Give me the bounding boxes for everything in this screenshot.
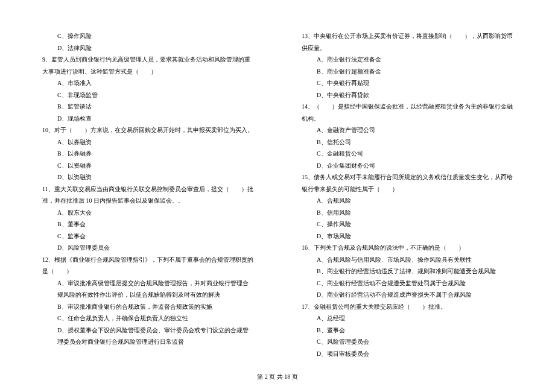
q16-option-a: A、合规风险与信用风险、市场风险、操作风险具有关联性 <box>302 254 513 266</box>
question-10: 10、对于（ ）方来说，在交易所回购交易开始时，其申报买卖部位为买入。 <box>42 124 253 136</box>
question-13: 13、中央银行在公开市场上买卖有价证券，将直接影响（ ），从而影响货币供应量。 <box>302 30 513 54</box>
footer-mid: 页 共 <box>268 373 285 380</box>
q13-option-b: B、商业银行超额准备金 <box>302 66 513 78</box>
q9-option-a: A、市场准入 <box>42 77 253 89</box>
question-15: 15、债务人或交易对手未能履行合同所规定的义务或信任质量发生变化，从而给银行带来… <box>302 171 513 195</box>
left-column: C、操作风险 D、法律风险 9、监管人员到商业银行约见高级管理人员，要求其就业务… <box>42 30 253 359</box>
footer-total: 18 <box>284 373 290 380</box>
q14-option-d: D、企业集团财务公司 <box>302 160 513 172</box>
q17-option-d: D、项目审核委员会 <box>302 348 513 360</box>
q14-option-c: C、金融租赁公司 <box>302 148 513 160</box>
q12-option-b: B、审议批准商业银行的合规政策，并监督合规政策的实施 <box>42 301 253 313</box>
q12-option-c: C、任命合规负责人，并确保合规负责人的独立性 <box>42 312 253 324</box>
question-16: 16、下列关于合规及合规风险的说法中，不正确的是（ ） <box>302 242 513 254</box>
q14-option-b: B、信托公司 <box>302 136 513 148</box>
q12-option-a: A、审议批准高级管理层提交的合规风险管理报告，并对商业银行管理合规风险的有效性作… <box>42 277 253 301</box>
q13-option-d: D、中央银行再贷款 <box>302 89 513 101</box>
q15-option-b: B、信用风险 <box>302 207 513 219</box>
q13-option-c: C、中央银行再贴现 <box>302 77 513 89</box>
content-columns: C、操作风险 D、法律风险 9、监管人员到商业银行约见高级管理人员，要求其就业务… <box>42 30 513 359</box>
q10-option-b: B、以券融券 <box>42 148 253 160</box>
q16-option-d: D、商业银行经营活动不合规造成声誉损失不属于合规风险 <box>302 289 513 301</box>
q10-option-a: A、以券融资 <box>42 136 253 148</box>
question-17: 17、金融租赁公司的重大关联交易应经（ ）批准。 <box>302 301 513 313</box>
q15-option-d: D、市场风险 <box>302 230 513 242</box>
q9-option-b: B、监管谈话 <box>42 101 253 113</box>
q11-option-d: D、风险管理委员会 <box>42 242 253 254</box>
q13-option-a: A、商业银行法定准备金 <box>302 54 513 66</box>
q10-option-d: D、以资融资 <box>42 171 253 183</box>
question-12: 12、根据《商业银行合规风险管理指引》，下列不属于董事会的合规管理职责的是（ ） <box>42 254 253 277</box>
q10-option-c: C、以资融券 <box>42 160 253 172</box>
page-footer: 第 2 页 共 18 页 <box>0 373 555 381</box>
footer-prefix: 第 <box>257 373 265 380</box>
q11-option-b: B、董事会 <box>42 218 253 230</box>
question-14: 14、（ ）是指经中国银保监会批准，以经营融资租赁业务为主的非银行金融机构。 <box>302 101 513 124</box>
q17-option-a: A、总经理 <box>302 312 513 324</box>
q14-option-a: A、金融资产管理公司 <box>302 124 513 136</box>
q15-option-a: A、合规风险 <box>302 195 513 207</box>
q16-option-c: C、商业银行经营活动不合规遭受监管处罚属于合规风险 <box>302 277 513 289</box>
q11-option-c: C、监事会 <box>42 230 253 242</box>
q17-option-c: C、风险管理委员会 <box>302 336 513 348</box>
q8-option-d: D、法律风险 <box>42 42 253 54</box>
q9-option-d: D、现场检查 <box>42 113 253 125</box>
footer-suffix: 页 <box>290 373 298 380</box>
q12-option-d: D、授权董事会下设的风险管理委员会、审计委员会或专门设立的合规管理委员会对商业银… <box>42 324 253 348</box>
q17-option-b: B、董事会 <box>302 324 513 337</box>
right-column: 13、中央银行在公开市场上买卖有价证券，将直接影响（ ），从而影响货币供应量。 … <box>302 30 513 359</box>
q9-option-c: C、非现场监管 <box>42 89 253 101</box>
question-9: 9、监管人员到商业银行约见高级管理人员，要求其就业务活动和风险管理的重大事项进行… <box>42 54 253 77</box>
q15-option-c: C、操作风险 <box>302 218 513 230</box>
q16-option-b: B、商业银行的经营活动违反了法律、规则和准则可能遭受合规风险 <box>302 265 513 277</box>
q8-option-c: C、操作风险 <box>42 30 253 42</box>
question-11: 11、重大关联交易应当由商业银行关联交易控制委员会审查后，提交（ ）批准，并在批… <box>42 183 253 207</box>
q11-option-a: A、股东大会 <box>42 207 253 219</box>
